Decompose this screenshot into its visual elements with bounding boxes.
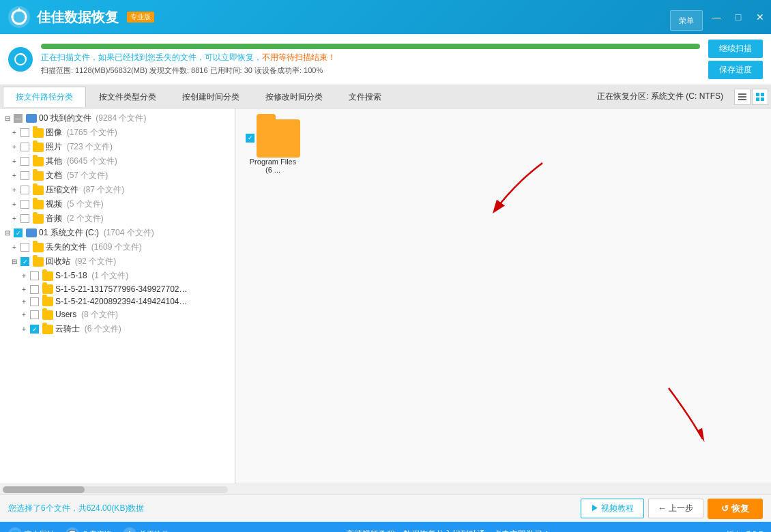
- tree-item[interactable]: + S-1-5-21-4200892394-1494241046-3302053…: [0, 295, 235, 308]
- tree-item[interactable]: + Users (8 个文件): [0, 308, 235, 322]
- svg-rect-7: [761, 93, 764, 96]
- file-item[interactable]: ✓ Program Files (6 ...: [242, 115, 304, 178]
- tree-label: S-1-5-21-1317577996-3499277028-280247658: [55, 284, 192, 294]
- file-item-row: ✓: [246, 119, 300, 158]
- tree-item[interactable]: ⊟ ✓ 01 系统文件 (C:) (1704 个文件): [0, 226, 235, 240]
- tree-expander[interactable]: +: [19, 297, 29, 306]
- tree-item[interactable]: ⊟ — 00 找到的文件 (9284 个文件): [0, 111, 235, 125]
- tree-checkbox[interactable]: [30, 297, 39, 306]
- consult-icon: 💬: [66, 527, 79, 532]
- hdd-icon: [26, 114, 37, 123]
- tab-modify-time[interactable]: 按修改时间分类: [252, 87, 336, 107]
- svg-rect-5: [738, 99, 746, 100]
- save-progress-button[interactable]: 保存进度: [708, 61, 763, 79]
- tab-file-type[interactable]: 按文件类型分类: [86, 87, 169, 107]
- tree-checkbox[interactable]: [20, 186, 29, 194]
- scroll-thumb[interactable]: [3, 486, 85, 493]
- continue-scan-button[interactable]: 继续扫描: [708, 40, 763, 58]
- tree-checkbox[interactable]: —: [14, 114, 23, 123]
- footer-website-label: 官方网站: [25, 529, 55, 533]
- tree-checkbox[interactable]: [20, 143, 29, 151]
- tree-checkbox[interactable]: [20, 214, 29, 223]
- tree-item[interactable]: + 音频 (2 个文件): [0, 211, 235, 226]
- file-checkbox[interactable]: ✓: [246, 134, 254, 143]
- tree-checkbox[interactable]: [30, 285, 39, 294]
- tree-expander[interactable]: +: [10, 157, 19, 166]
- tree-expander[interactable]: +: [10, 128, 19, 138]
- tree-expander[interactable]: +: [10, 143, 19, 152]
- tree-expander[interactable]: ⊟: [3, 228, 12, 238]
- tree-item[interactable]: + 压缩文件 (87 个文件): [0, 183, 235, 197]
- tree-checkbox[interactable]: [20, 200, 29, 209]
- tree-expander[interactable]: +: [10, 186, 19, 195]
- tree-expander[interactable]: ⊟: [10, 257, 19, 267]
- tree-item[interactable]: ⊟ ✓ 回收站 (92 个文件): [0, 254, 235, 269]
- footer-about[interactable]: ℹ 关于软件: [123, 527, 169, 532]
- tab-file-path[interactable]: 按文件路径分类: [3, 87, 86, 107]
- footer-consult[interactable]: 💬 免费咨询: [66, 527, 112, 532]
- scan-icon: [8, 47, 33, 72]
- file-panel: ✓ Program Files (6 ...: [235, 108, 771, 484]
- tree-item[interactable]: + 其他 (6645 个文件): [0, 154, 235, 168]
- tree-expander[interactable]: +: [10, 243, 19, 252]
- video-tutorial-button[interactable]: ▶ 视频教程: [581, 499, 644, 518]
- minimize-button[interactable]: —: [705, 0, 727, 34]
- menu-button[interactable]: 荣单: [670, 10, 703, 31]
- folder-large-icon: [257, 119, 300, 158]
- previous-step-button[interactable]: ← 上一步: [648, 499, 703, 518]
- tree-item[interactable]: + ✓ 云骑士 (6 个文件): [0, 322, 235, 336]
- scroll-track[interactable]: [3, 486, 228, 493]
- tree-item[interactable]: + 照片 (723 个文件): [0, 140, 235, 154]
- folder-icon: [33, 171, 44, 181]
- tree-checkbox[interactable]: [20, 171, 29, 180]
- tree-expander[interactable]: +: [19, 271, 29, 281]
- folder-icon: [33, 128, 44, 138]
- hdd-icon: [26, 228, 37, 237]
- tree-expander[interactable]: +: [10, 200, 19, 209]
- maximize-button[interactable]: □: [727, 0, 749, 34]
- scan-message: 正在扫描文件，如果已经找到您丢失的文件，可以立即恢复，不用等待扫描结束！: [41, 52, 700, 63]
- progress-bar-fill: [41, 44, 700, 49]
- folder-icon: [42, 310, 53, 320]
- tree-checkbox[interactable]: ✓: [30, 325, 39, 334]
- tree-checkbox[interactable]: ✓: [14, 228, 23, 237]
- tree-item[interactable]: + 文档 (57 个文件): [0, 168, 235, 183]
- tree-checkbox[interactable]: ✓: [20, 257, 29, 266]
- tree-item[interactable]: + 视频 (5 个文件): [0, 197, 235, 211]
- tree-item[interactable]: + 图像 (1765 个文件): [0, 125, 235, 140]
- tree-expander[interactable]: +: [19, 310, 29, 320]
- close-button[interactable]: ✕: [749, 0, 771, 34]
- partition-info: 正在恢复分区: 系统文件 (C: NTFS): [589, 91, 731, 102]
- folder-icon: [33, 243, 44, 252]
- tree-checkbox[interactable]: [30, 310, 39, 319]
- app-title: 佳佳数据恢复: [37, 8, 119, 27]
- footer-website[interactable]: 🌐 官方网站: [8, 527, 55, 532]
- tree-expander[interactable]: +: [19, 325, 29, 334]
- tree-checkbox[interactable]: [30, 271, 39, 280]
- tree-item[interactable]: + S-1-5-18 (1 个文件): [0, 269, 235, 283]
- app-logo-icon: [7, 5, 31, 29]
- tree-label: 压缩文件 (87 个文件): [46, 184, 124, 196]
- tree-item[interactable]: + S-1-5-21-1317577996-3499277028-2802476…: [0, 283, 235, 295]
- tree-label: 丢失的文件 (1609 个文件): [46, 241, 142, 253]
- tree-item[interactable]: + 丢失的文件 (1609 个文件): [0, 240, 235, 254]
- tree-checkbox[interactable]: [20, 243, 29, 252]
- tree-expander[interactable]: +: [19, 284, 29, 294]
- tree-expander[interactable]: +: [10, 214, 19, 224]
- logo-area: 佳佳数据恢复 专业版: [7, 5, 154, 29]
- tree-expander[interactable]: ⊟: [3, 114, 12, 123]
- tree-checkbox[interactable]: [20, 157, 29, 166]
- tree-expander[interactable]: +: [10, 171, 19, 181]
- list-view-button[interactable]: [734, 89, 751, 105]
- tree-checkbox[interactable]: [20, 128, 29, 137]
- tree-label: S-1-5-18 (1 个文件): [55, 270, 128, 282]
- footer-promo[interactable]: 高清视频教程，数据恢复从入门到精通，点击立即学习！: [180, 529, 716, 533]
- window-controls: 荣单 — □ ✕: [670, 0, 771, 34]
- recover-button[interactable]: ↺ 恢复: [708, 499, 763, 519]
- grid-view-button[interactable]: [752, 89, 768, 105]
- tab-file-search[interactable]: 文件搜索: [336, 87, 394, 107]
- svg-rect-6: [756, 93, 759, 96]
- status-message: 您选择了6个文件，共624.00(KB)数据: [8, 503, 575, 514]
- progress-bar-background: [41, 44, 700, 49]
- tab-create-time[interactable]: 按创建时间分类: [169, 87, 252, 107]
